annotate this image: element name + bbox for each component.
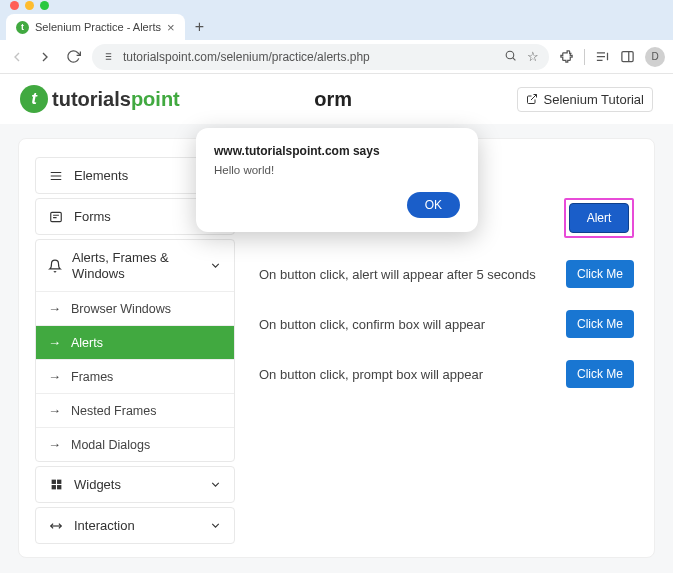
window-zoom-dot[interactable]: [40, 1, 49, 10]
arrow-right-icon: →: [48, 369, 61, 384]
reading-list-icon[interactable]: [595, 49, 610, 64]
sidebar-group-toggle[interactable]: Alerts, Frames & Windows: [36, 240, 234, 291]
svg-rect-5: [51, 485, 55, 489]
browser-tab[interactable]: t Selenium Practice - Alerts ×: [6, 14, 185, 40]
sidebar-group-label: Forms: [74, 209, 111, 224]
site-logo[interactable]: t tutorialspoint: [20, 85, 180, 113]
sidebar-sublist: → Browser Windows → Alerts → Frames →: [36, 291, 234, 461]
address-bar[interactable]: tutorialspoint.com/selenium/practice/ale…: [92, 44, 549, 70]
zoom-icon[interactable]: [504, 49, 517, 64]
tab-favicon: t: [16, 21, 29, 34]
alert-button[interactable]: Alert: [569, 203, 629, 233]
selenium-tutorial-link[interactable]: Selenium Tutorial: [517, 87, 653, 112]
logo-text-2: point: [131, 88, 180, 110]
forward-button[interactable]: [36, 48, 54, 66]
side-panel-icon[interactable]: [620, 49, 635, 64]
site-header: t tutorialspoint orm Selenium Tutorial: [0, 74, 673, 124]
window-minimize-dot[interactable]: [25, 1, 34, 10]
sidebar-item-label: Frames: [71, 370, 113, 384]
sidebar-item-frames[interactable]: → Frames: [36, 359, 234, 393]
sidebar-group-widgets[interactable]: Widgets: [35, 466, 235, 503]
bell-icon: [48, 259, 62, 273]
sidebar-group-label: Interaction: [74, 518, 135, 533]
sidebar-item-label: Modal Dialogs: [71, 438, 150, 452]
grid-icon: [48, 478, 64, 491]
svg-rect-1: [622, 52, 633, 62]
tab-strip: t Selenium Practice - Alerts × +: [0, 10, 673, 40]
url-text: tutorialspoint.com/selenium/practice/ale…: [123, 50, 370, 64]
profile-avatar[interactable]: D: [645, 47, 665, 67]
sidebar-item-modal-dialogs[interactable]: → Modal Dialogs: [36, 427, 234, 461]
alert-origin: www.tutorialspoint.com says: [214, 144, 460, 158]
sidebar-group-interaction[interactable]: Interaction: [35, 507, 235, 544]
bookmark-icon[interactable]: ☆: [527, 49, 539, 64]
js-alert-dialog: www.tutorialspoint.com says Hello world!…: [196, 128, 478, 232]
chevron-down-icon: [209, 259, 222, 272]
sidebar-group-label: Alerts, Frames & Windows: [72, 250, 199, 281]
sidebar-item-label: Nested Frames: [71, 404, 156, 418]
divider: [584, 49, 585, 65]
new-tab-button[interactable]: +: [189, 16, 211, 38]
svg-point-0: [506, 51, 514, 59]
extensions-icon[interactable]: [559, 49, 574, 64]
form-icon: [48, 210, 64, 224]
tab-title: Selenium Practice - Alerts: [35, 21, 161, 33]
logo-mark-icon: t: [20, 85, 48, 113]
sidebar-item-browser-windows[interactable]: → Browser Windows: [36, 291, 234, 325]
arrow-right-icon: →: [48, 403, 61, 418]
header-truncated-text: orm: [314, 88, 352, 111]
logo-text-1: tutorials: [52, 88, 131, 110]
site-info-icon[interactable]: [102, 50, 115, 63]
close-icon[interactable]: ×: [167, 20, 175, 35]
reload-button[interactable]: [64, 48, 82, 66]
alert-row-confirm: On button click, confirm box will appear…: [259, 310, 634, 338]
click-me-button[interactable]: Click Me: [566, 260, 634, 288]
chevron-down-icon: [209, 519, 222, 532]
swap-icon: [48, 519, 64, 533]
svg-rect-6: [57, 485, 61, 489]
alert-message: Hello world!: [214, 164, 460, 176]
alert-row-delayed: On button click, alert will appear after…: [259, 260, 634, 288]
window-controls: [0, 0, 673, 10]
arrow-right-icon: →: [48, 437, 61, 452]
row-text: On button click, prompt box will appear: [259, 367, 483, 382]
svg-rect-3: [51, 480, 55, 484]
sidebar-item-label: Browser Windows: [71, 302, 171, 316]
sidebar-group-label: Elements: [74, 168, 128, 183]
row-text: On button click, confirm box will appear: [259, 317, 485, 332]
alert-ok-button[interactable]: OK: [407, 192, 460, 218]
arrow-right-icon: →: [48, 335, 61, 350]
click-me-button[interactable]: Click Me: [566, 310, 634, 338]
browser-toolbar: tutorialspoint.com/selenium/practice/ale…: [0, 40, 673, 74]
header-link-label: Selenium Tutorial: [544, 92, 644, 107]
click-me-button[interactable]: Click Me: [566, 360, 634, 388]
back-button[interactable]: [8, 48, 26, 66]
page-viewport: t tutorialspoint orm Selenium Tutorial E…: [0, 74, 673, 573]
svg-rect-4: [57, 480, 61, 484]
sidebar-item-nested-frames[interactable]: → Nested Frames: [36, 393, 234, 427]
sidebar-group-alerts-frames-windows: Alerts, Frames & Windows → Browser Windo…: [35, 239, 235, 462]
chevron-down-icon: [209, 478, 222, 491]
highlight-box: Alert: [564, 198, 634, 238]
arrow-right-icon: →: [48, 301, 61, 316]
sidebar-item-alerts[interactable]: → Alerts: [36, 325, 234, 359]
external-link-icon: [526, 93, 538, 105]
sidebar-item-label: Alerts: [71, 336, 103, 350]
hamburger-icon: [48, 169, 64, 183]
window-close-dot[interactable]: [10, 1, 19, 10]
row-text: On button click, alert will appear after…: [259, 267, 536, 282]
alert-row-prompt: On button click, prompt box will appear …: [259, 360, 634, 388]
sidebar-group-label: Widgets: [74, 477, 121, 492]
